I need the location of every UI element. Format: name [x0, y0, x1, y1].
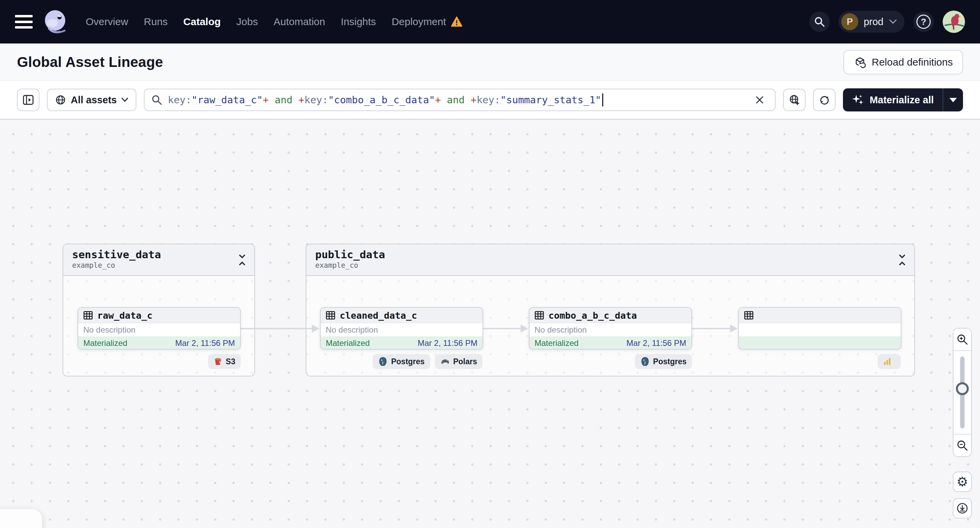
materialize-dropdown-button[interactable]	[943, 88, 963, 111]
power-bi-icon	[883, 357, 892, 366]
nav-item-overview[interactable]: Overview	[86, 16, 128, 27]
status-badge: Materialized	[535, 338, 578, 348]
graph-settings-button[interactable]: ⚙	[953, 472, 972, 492]
nav-item-catalog[interactable]: Catalog	[183, 16, 221, 27]
kind-tags-summary-stats-1	[878, 354, 901, 369]
page-title: Global Asset Lineage	[17, 54, 163, 70]
collapse-group-icon[interactable]	[897, 253, 907, 267]
collapse-group-icon[interactable]	[237, 253, 247, 267]
open-sidebar-button[interactable]	[17, 89, 40, 111]
zoom-in-button[interactable]	[953, 328, 971, 351]
table-icon	[744, 311, 754, 320]
panel-toggle-icon	[22, 94, 34, 106]
materialize-all-main[interactable]: Materialize all	[843, 88, 943, 111]
user-avatar[interactable]	[943, 11, 965, 33]
asset-node-combo-a-b-c-data[interactable]: combo_a_b_c_data No description Material…	[529, 307, 692, 350]
sparkles-icon	[852, 94, 864, 106]
nav-item-automation[interactable]: Automation	[274, 16, 325, 27]
kind-tag-postgres: Postgres	[373, 354, 430, 369]
avatar-image	[943, 11, 965, 33]
top-navbar: Overview Runs Catalog Jobs Automation In…	[0, 0, 980, 43]
status-timestamp: Mar 2, 11:56 PM	[626, 338, 686, 348]
group-owner: example_co	[315, 261, 905, 270]
group-owner: example_co	[72, 261, 245, 270]
asset-name: combo_a_b_c_data	[549, 310, 637, 321]
globe-add-icon	[788, 94, 800, 106]
asset-node-cleaned-data-c[interactable]: cleaned_data_c No description Materializ…	[320, 307, 483, 350]
asset-description: No description	[321, 323, 482, 336]
lineage-canvas[interactable]: sensitive_data example_co public_data ex…	[0, 120, 980, 528]
help-button[interactable]: ?	[913, 11, 934, 32]
reload-cube-icon	[853, 56, 866, 69]
refresh-icon	[818, 94, 830, 106]
zoom-out-button[interactable]	[953, 434, 971, 456]
text-cursor	[602, 94, 603, 106]
edge-combo-to-summary	[692, 328, 731, 329]
asset-node-summary-stats-1[interactable]	[738, 307, 902, 350]
kind-tags-combo-a-b-c-data: Postgres	[635, 354, 692, 369]
hamburger-menu-icon[interactable]	[15, 15, 33, 29]
search-query-text: key:"raw_data_c"+ and +key:"combo_a_b_c_…	[168, 94, 603, 106]
asset-status-row	[739, 336, 901, 350]
s3-icon	[213, 357, 223, 366]
nav-item-deployment[interactable]: Deployment	[392, 16, 463, 27]
kind-tag-polars: Polars	[435, 354, 482, 369]
zoom-out-icon	[956, 440, 968, 451]
nav-links: Overview Runs Catalog Jobs Automation In…	[86, 16, 463, 27]
nav-item-runs[interactable]: Runs	[144, 16, 168, 27]
kind-tag-power-bi	[878, 354, 901, 369]
zoom-slider[interactable]	[953, 351, 971, 434]
globe-icon	[55, 94, 66, 105]
gear-icon: ⚙	[956, 475, 968, 488]
postgres-icon	[640, 357, 650, 366]
caret-down-icon	[950, 98, 957, 102]
postgres-icon	[378, 357, 388, 366]
status-badge: Materialized	[83, 338, 127, 348]
clear-search-button[interactable]	[751, 91, 768, 108]
status-badge: Materialized	[326, 338, 370, 348]
chevron-down-icon	[889, 19, 897, 24]
table-icon	[83, 311, 93, 320]
filter-bar: All assets key:"raw_data_c"+ and +key:"c…	[0, 81, 980, 120]
asset-name: cleaned_data_c	[340, 310, 417, 321]
search-button[interactable]	[809, 11, 830, 32]
env-name: prod	[864, 16, 883, 27]
help-icon: ?	[916, 14, 931, 29]
chevron-down-icon	[121, 98, 128, 102]
group-header[interactable]: public_data example_co	[306, 244, 914, 276]
group-header[interactable]: sensitive_data example_co	[63, 244, 255, 276]
status-timestamp: Mar 2, 11:56 PM	[418, 338, 477, 348]
nav-item-jobs[interactable]: Jobs	[236, 16, 258, 27]
asset-status-row: Materialized Mar 2, 11:56 PM	[321, 336, 482, 350]
asset-scope-dropdown[interactable]: All assets	[47, 89, 136, 111]
nav-item-insights[interactable]: Insights	[341, 16, 376, 27]
zoom-controls	[953, 328, 972, 457]
search-icon	[814, 16, 825, 27]
download-icon	[956, 502, 969, 514]
app-root: Overview Runs Catalog Jobs Automation In…	[0, 0, 980, 528]
view-graph-button[interactable]	[783, 89, 805, 111]
group-name: public_data	[315, 248, 905, 261]
asset-node-raw-data-c[interactable]: raw_data_c No description Materialized M…	[78, 307, 241, 350]
zoom-slider-handle[interactable]	[956, 382, 969, 395]
asset-status-row: Materialized Mar 2, 11:56 PM	[530, 336, 691, 350]
warning-icon	[451, 16, 463, 27]
refresh-button[interactable]	[813, 89, 835, 111]
asset-search-input[interactable]: key:"raw_data_c"+ and +key:"combo_a_b_c_…	[144, 89, 776, 111]
table-icon	[326, 311, 335, 320]
zoom-in-icon	[956, 334, 968, 345]
dagster-logo-icon	[42, 8, 69, 35]
edge-cleaned-to-combo	[482, 328, 521, 329]
download-image-button[interactable]	[953, 498, 972, 518]
deployment-switcher[interactable]: P prod	[838, 11, 905, 33]
reload-definitions-button[interactable]: Reload definitions	[843, 50, 963, 75]
kind-tags-raw-data-c: S3	[208, 354, 241, 369]
asset-name: raw_data_c	[97, 310, 153, 321]
corner-widget[interactable]	[0, 509, 42, 528]
kind-tags-cleaned-data-c: Postgres Polars	[373, 354, 482, 369]
status-timestamp: Mar 2, 11:56 PM	[175, 338, 235, 348]
kind-tag-s3: S3	[208, 354, 241, 369]
edge-raw-to-cleaned	[241, 328, 312, 329]
nav-right: P prod ?	[809, 11, 965, 33]
group-name: sensitive_data	[72, 248, 245, 261]
